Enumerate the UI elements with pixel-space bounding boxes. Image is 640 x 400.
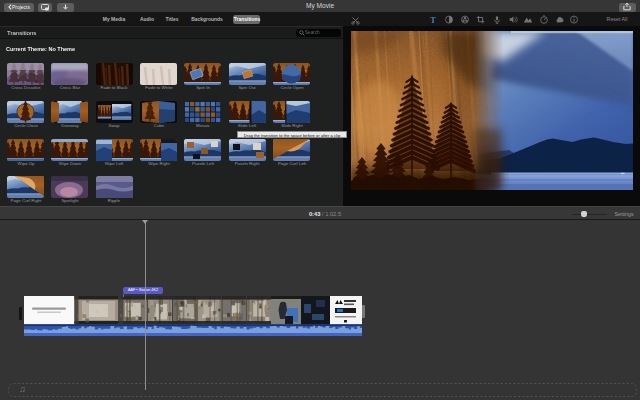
svg-text:T: T xyxy=(430,15,436,24)
